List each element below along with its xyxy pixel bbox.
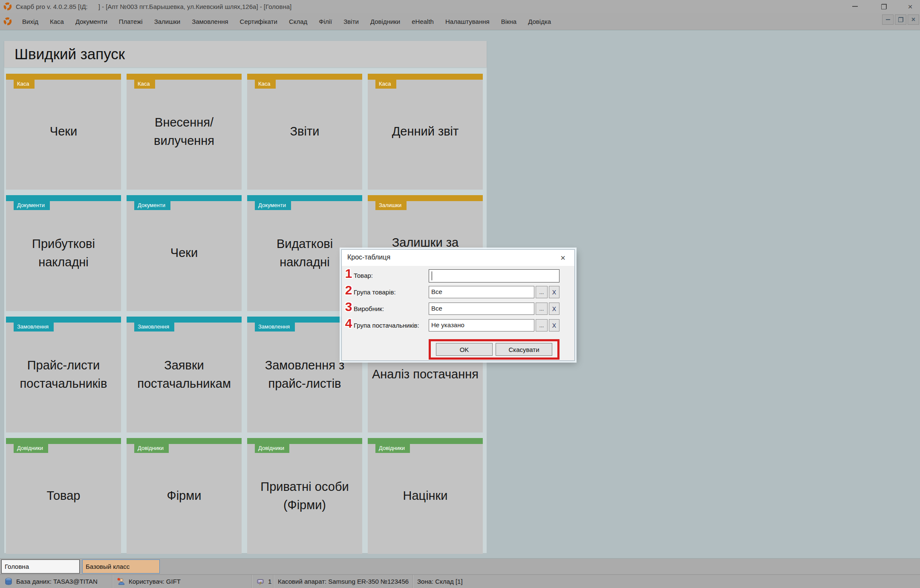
close-icon: × <box>908 3 912 11</box>
dialog-combo-field: Все...X <box>429 286 559 298</box>
statusbar: База даних: TASA3@TITANКористувач: GIFT1… <box>0 574 920 588</box>
tile-label: Прайс-листи постачальників <box>6 317 121 432</box>
menu-items: ВихідКасаДокументиПлатежіЗалишкиЗамовлен… <box>22 18 551 25</box>
status-text: Користувач: GIFT <box>129 578 181 585</box>
dialog-close-button[interactable]: × <box>557 252 568 263</box>
cancel-button[interactable]: Скасувати <box>496 343 552 356</box>
tile-label: Заявки постачальникам <box>127 317 242 432</box>
quick-launch-tile[interactable]: ЗамовленняЗаявки постачальникам <box>127 317 242 432</box>
tab-holovna[interactable]: Головна <box>1 559 80 574</box>
tab-bazovyi-klass[interactable]: Базовый класс <box>82 559 160 574</box>
dialog-field-label: Група товарів: <box>354 286 396 299</box>
close-icon: × <box>560 253 565 263</box>
mdi-restore-button[interactable] <box>895 14 906 25</box>
menu-item[interactable]: Каса <box>50 18 64 25</box>
restore-icon <box>898 17 903 22</box>
status-section: Зона: Склад [1] <box>412 575 920 588</box>
dialog-combo-field: Все...X <box>429 303 559 315</box>
quick-launch-tile[interactable]: КасаДенний звіт <box>368 74 483 190</box>
menu-item[interactable]: Довідники <box>370 18 400 25</box>
clear-button[interactable]: X <box>549 319 559 331</box>
menu-item[interactable]: Вихід <box>22 18 38 25</box>
mdi-minimize-button[interactable] <box>882 14 894 25</box>
menu-item[interactable]: Сертифікати <box>240 18 277 25</box>
quick-launch-tile[interactable]: ДовідникиТовар <box>6 438 121 554</box>
restore-icon <box>881 4 887 9</box>
dialog-field-label: Виробник: <box>354 303 384 315</box>
close-button[interactable]: × <box>900 0 920 13</box>
menu-item[interactable]: Документи <box>75 18 107 25</box>
quick-launch-tile[interactable]: КасаВнесення/вилучення <box>127 74 242 190</box>
browse-button[interactable]: ... <box>536 286 548 298</box>
app-logo-icon <box>3 17 12 26</box>
annotation-2: 2 <box>342 283 355 297</box>
quick-launch-tile[interactable]: КасаЧеки <box>6 74 121 190</box>
status-section: Касовий апарат: Samsung ER-350 №123456 <box>273 575 412 588</box>
application-window: Скарб pro v. 4.0.2.85 [ІД: ] - [Апт №003… <box>0 0 920 588</box>
tile-label: Денний звіт <box>368 74 483 190</box>
status-section: База даних: TASA3@TITAN <box>0 575 112 588</box>
quick-launch-tile[interactable]: ДокументиЧеки <box>127 195 242 311</box>
status-text: 1 <box>268 578 271 585</box>
tile-label: Внесення/вилучення <box>127 74 242 190</box>
quick-launch-tile[interactable]: КасаЗвіти <box>247 74 362 190</box>
status-text: База даних: TASA3@TITAN <box>16 578 98 585</box>
menu-item[interactable]: Філії <box>319 18 332 25</box>
menu-item[interactable]: eHealth <box>412 18 434 25</box>
dialog-title: Крос-таблиця <box>347 254 390 261</box>
status-section: Користувач: GIFT <box>112 575 251 588</box>
tile-label: Чеки <box>127 195 242 311</box>
mdi-close-button[interactable]: × <box>908 14 919 25</box>
annotation-3: 3 <box>342 300 355 314</box>
status-text: Касовий апарат: Samsung ER-350 №123456 <box>278 578 409 585</box>
menu-item[interactable]: Платежі <box>119 18 143 25</box>
dialog-field-label: Товар: <box>354 269 373 282</box>
annotation-4: 4 <box>342 316 355 330</box>
ok-button[interactable]: OK <box>436 343 493 356</box>
tile-label: Товар <box>6 438 121 554</box>
database-icon <box>4 577 13 586</box>
browse-button[interactable]: ... <box>536 303 548 315</box>
tile-label: Звіти <box>247 74 362 190</box>
annotation-rectangle: OK Скасувати <box>429 339 559 360</box>
combo-value[interactable]: Не указано <box>429 319 534 331</box>
quick-launch-tile[interactable]: ДокументиПрибуткові накладні <box>6 195 121 311</box>
text-cursor <box>432 271 432 280</box>
menu-item[interactable]: Налаштування <box>445 18 490 25</box>
app-logo-icon <box>3 2 12 11</box>
bottom-tabstrip: ГоловнаБазовый класс <box>0 558 920 574</box>
product-input[interactable] <box>429 269 559 282</box>
dialog-field-label: Група постачальників: <box>354 319 419 332</box>
clear-button[interactable]: X <box>549 286 559 298</box>
combo-value[interactable]: Все <box>429 286 534 298</box>
tile-label: Приватні особи (Фірми) <box>247 438 362 554</box>
minimize-icon <box>852 6 858 7</box>
combo-value[interactable]: Все <box>429 303 534 315</box>
titlebar: Скарб pro v. 4.0.2.85 [ІД: ] - [Апт №003… <box>0 0 920 13</box>
quick-launch-tile[interactable]: ДовідникиНацінки <box>368 438 483 554</box>
clear-button[interactable]: X <box>549 303 559 315</box>
window-title: Скарб pro v. 4.0.2.85 [ІД: ] - [Апт №003… <box>16 3 291 10</box>
quick-launch-tile[interactable]: ДовідникиПриватні особи (Фірми) <box>247 438 362 554</box>
menu-item[interactable]: Залишки <box>154 18 181 25</box>
quick-launch-tile[interactable]: ЗамовленняПрайс-листи постачальників <box>6 317 121 432</box>
minimize-button[interactable] <box>845 0 865 13</box>
tile-label: Націнки <box>368 438 483 554</box>
cash-register-icon <box>256 577 265 586</box>
quick-launch-header: Швидкий запуск <box>4 41 487 67</box>
menu-item[interactable]: Склад <box>289 18 307 25</box>
restore-button[interactable] <box>874 0 894 13</box>
tile-label: Прибуткові накладні <box>6 195 121 311</box>
tile-label: Фірми <box>127 438 242 554</box>
tile-label: Чеки <box>6 74 121 190</box>
quick-launch-tile[interactable]: ДовідникиФірми <box>127 438 242 554</box>
menu-item[interactable]: Вікна <box>501 18 517 25</box>
annotation-1: 1 <box>342 266 355 280</box>
menu-item[interactable]: Довідка <box>528 18 551 25</box>
cross-table-dialog: Крос-таблиця × 1Товар:2Група товарів:Все… <box>341 249 575 361</box>
page-title: Швидкий запуск <box>14 46 125 63</box>
dialog-titlebar: Крос-таблиця × <box>342 250 574 266</box>
browse-button[interactable]: ... <box>536 319 548 331</box>
menu-item[interactable]: Замовлення <box>192 18 228 25</box>
menu-item[interactable]: Звіти <box>343 18 359 25</box>
